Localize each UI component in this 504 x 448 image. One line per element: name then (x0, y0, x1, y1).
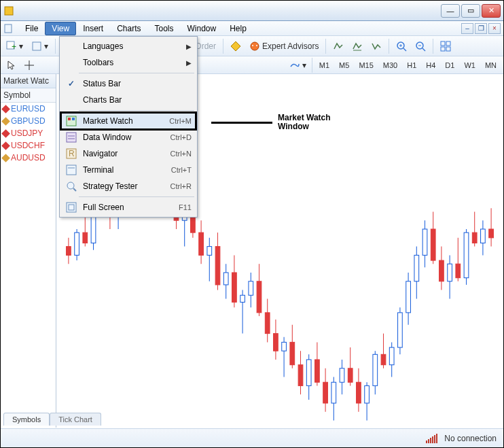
menu-insert[interactable]: Insert (76, 22, 110, 35)
tab-tick-chart[interactable]: Tick Chart (50, 413, 101, 426)
timeframe-w1[interactable]: W1 (460, 59, 480, 71)
svg-marker-11 (231, 41, 240, 51)
menu-help[interactable]: Help (223, 22, 253, 35)
menu-item-label: Toolbars (83, 58, 181, 67)
timeframe-mn[interactable]: MN (481, 59, 501, 71)
svg-rect-88 (306, 360, 311, 385)
metaquotes-button[interactable] (228, 39, 244, 54)
svg-rect-92 (323, 382, 328, 403)
svg-rect-78 (265, 313, 270, 334)
profiles-button[interactable]: ▾ (29, 39, 51, 54)
menu-item-full-screen[interactable]: Full ScreenF11 (61, 199, 196, 216)
menu-item-charts-bar[interactable]: Charts Bar (61, 92, 196, 108)
menu-item-strategy-tester[interactable]: Strategy TesterCtrl+R (61, 178, 196, 194)
menu-item-shortcut: Ctrl+R (170, 182, 192, 190)
svg-rect-118 (431, 229, 435, 260)
timeframe-m15[interactable]: M15 (355, 59, 377, 71)
market-watch-header[interactable]: Symbol (1, 88, 56, 103)
svg-rect-116 (422, 229, 427, 255)
svg-rect-66 (215, 247, 220, 285)
svg-rect-100 (357, 382, 361, 403)
annotation: Market Watch Window (211, 114, 331, 131)
svg-rect-108 (389, 347, 394, 365)
menu-window[interactable]: Window (181, 22, 223, 35)
inner-close-button[interactable]: × (488, 23, 501, 34)
menu-item-market-watch[interactable]: Market WatchCtrl+M (61, 113, 196, 129)
expert-advisors-button[interactable]: Expert Advisors (247, 39, 321, 54)
svg-rect-84 (290, 342, 295, 364)
menu-item-label: Full Screen (83, 203, 173, 212)
market-watch-row[interactable]: USDJPY (1, 127, 56, 139)
data-window-icon (65, 132, 77, 143)
menu-item-data-window[interactable]: Data WindowCtrl+D (61, 129, 196, 145)
svg-rect-130 (481, 229, 486, 243)
maximize-button[interactable]: ▭ (461, 4, 480, 18)
market-watch-row[interactable]: AUDUSD (1, 152, 56, 164)
close-button[interactable]: ✕ (482, 4, 501, 18)
timeframe-m30[interactable]: M30 (379, 59, 401, 71)
menu-item-label: Strategy Tester (83, 182, 165, 191)
connection-bars-icon (426, 434, 437, 443)
menu-item-shortcut: Ctrl+M (169, 117, 192, 125)
timeframe-h1[interactable]: H1 (403, 59, 420, 71)
menu-tools[interactable]: Tools (148, 22, 181, 35)
svg-line-21 (422, 48, 425, 51)
svg-rect-114 (414, 255, 419, 281)
menu-view[interactable]: View (45, 22, 76, 35)
market-watch-row[interactable]: GBPUSD (1, 115, 56, 127)
market-watch-title: Market Watc (1, 74, 56, 88)
market-watch-row[interactable]: EURUSD (1, 103, 56, 115)
symbol-icon (1, 129, 10, 138)
minimize-button[interactable]: — (441, 4, 460, 18)
menu-item-shortcut: Ctrl+D (170, 133, 192, 141)
symbol-icon (1, 117, 10, 126)
svg-rect-74 (249, 281, 253, 295)
zoom-out-button[interactable] (412, 39, 429, 54)
menu-item-languages[interactable]: Languages▶ (61, 38, 196, 54)
timeframe-m5[interactable]: M5 (335, 59, 353, 71)
menu-item-toolbars[interactable]: Toolbars▶ (61, 54, 196, 71)
menu-charts[interactable]: Charts (110, 22, 147, 35)
svg-line-17 (403, 48, 406, 51)
line-type-button[interactable]: ▾ (287, 58, 309, 73)
terminal-icon (65, 165, 77, 175)
svg-rect-134 (68, 118, 71, 120)
submenu-arrow-icon: ▶ (186, 59, 192, 67)
menu-item-terminal[interactable]: TerminalCtrl+T (61, 162, 196, 178)
svg-rect-23 (441, 41, 445, 46)
svg-rect-132 (489, 229, 494, 238)
svg-point-143 (67, 182, 74, 189)
menu-item-label: Terminal (83, 165, 166, 175)
fullscreen-icon (65, 202, 77, 213)
cursor-button[interactable] (3, 58, 20, 73)
symbol-label: AUDUSD (11, 153, 46, 162)
indicator-button-3[interactable] (368, 39, 384, 54)
inner-restore-button[interactable]: ❐ (475, 23, 487, 34)
svg-rect-94 (331, 382, 336, 403)
doc-icon (3, 23, 14, 34)
menu-item-navigator[interactable]: RNavigatorCtrl+N (61, 145, 196, 162)
zoom-in-button[interactable] (393, 39, 410, 54)
crosshair-button[interactable] (21, 58, 37, 73)
indicator-button-2[interactable] (349, 39, 365, 54)
svg-rect-64 (207, 247, 212, 256)
svg-rect-104 (373, 354, 378, 385)
tile-button[interactable] (437, 39, 454, 54)
timeframe-m1[interactable]: M1 (315, 59, 334, 71)
svg-rect-70 (232, 273, 237, 303)
timeframe-h4[interactable]: H4 (422, 59, 439, 71)
svg-rect-106 (381, 354, 386, 364)
market-watch-icon (65, 116, 77, 126)
blank-icon (65, 94, 77, 105)
market-watch-row[interactable]: USDCHF (1, 139, 56, 152)
indicator-button-1[interactable] (330, 39, 346, 54)
menu-item-status-bar[interactable]: ✓Status Bar (61, 75, 196, 92)
svg-point-13 (252, 45, 253, 46)
inner-minimize-button[interactable]: – (461, 23, 473, 34)
menu-file[interactable]: File (18, 22, 45, 35)
new-chart-button[interactable]: +▾ (3, 39, 26, 54)
blank-icon (65, 57, 77, 68)
tab-symbols[interactable]: Symbols (3, 413, 50, 426)
svg-rect-34 (83, 232, 88, 243)
timeframe-d1[interactable]: D1 (441, 59, 458, 71)
